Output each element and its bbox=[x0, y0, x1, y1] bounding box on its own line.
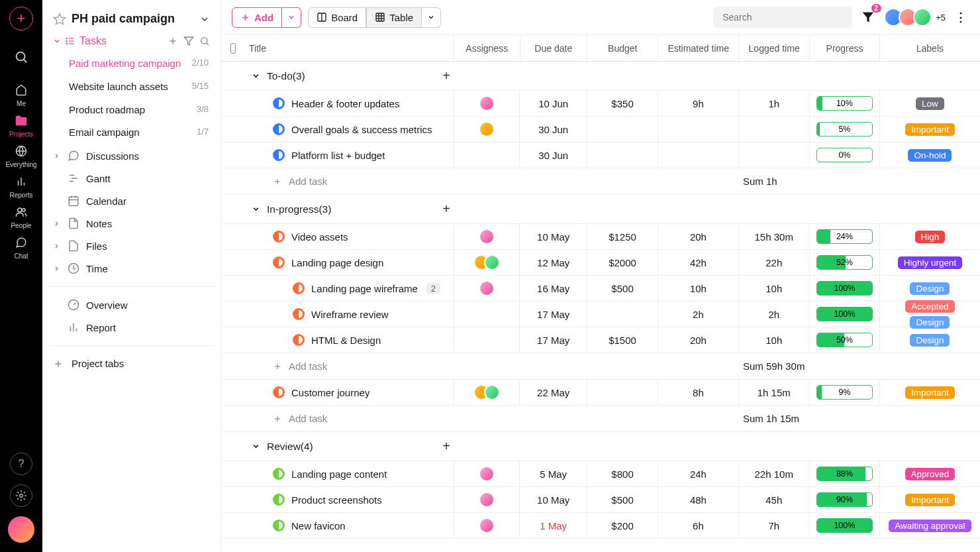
group-header[interactable]: Review(4)+ bbox=[221, 432, 980, 461]
tasklist-item[interactable]: Paid marketing campaign2/10 bbox=[62, 52, 217, 76]
sidebar-item-time[interactable]: Time bbox=[46, 257, 217, 280]
view-dropdown[interactable] bbox=[422, 7, 441, 28]
budget[interactable]: $800 bbox=[587, 461, 658, 486]
task-row[interactable]: New favicon1 May$2006h7h100%Awaiting app… bbox=[221, 513, 980, 539]
group-header[interactable]: In-progress(3)+ bbox=[221, 195, 980, 224]
due-date[interactable]: 30 Jun bbox=[520, 142, 587, 168]
label-pill[interactable]: Important bbox=[905, 494, 955, 506]
due-date[interactable]: 1 May bbox=[520, 513, 587, 538]
task-row[interactable]: HTML & Design17 May$150020h10h50%Design bbox=[221, 327, 980, 353]
logged-time[interactable]: 22h 10m bbox=[739, 461, 810, 486]
project-tabs-button[interactable]: Project tabs bbox=[46, 353, 217, 374]
task-row[interactable]: Wireframe review17 May2h2h100%AcceptedDe… bbox=[221, 302, 980, 327]
sidebar-item-files[interactable]: Files bbox=[46, 235, 217, 257]
group-add-button[interactable]: + bbox=[442, 201, 450, 217]
estimated-time[interactable] bbox=[658, 142, 738, 168]
sidebar-item-calendar[interactable]: Calendar bbox=[46, 190, 217, 212]
more-menu[interactable]: ⋮ bbox=[952, 7, 969, 27]
sidebar-item-notes[interactable]: Notes bbox=[46, 212, 217, 235]
label-pill[interactable]: Accepted bbox=[905, 300, 954, 313]
status-dot[interactable] bbox=[273, 494, 285, 506]
tasklist-item[interactable]: Website launch assets5/15 bbox=[62, 76, 217, 99]
filter-icon[interactable] bbox=[183, 36, 194, 46]
status-dot[interactable] bbox=[273, 97, 285, 109]
estimated-time[interactable]: 20h bbox=[658, 327, 738, 353]
task-row[interactable]: Platform list + budget30 Jun0%On-hold bbox=[221, 142, 980, 168]
assignee-avatar[interactable] bbox=[479, 492, 495, 508]
user-avatar[interactable] bbox=[8, 516, 34, 543]
budget[interactable]: $1250 bbox=[587, 224, 658, 249]
due-date[interactable]: 17 May bbox=[520, 302, 587, 327]
progress-bar[interactable]: 52% bbox=[816, 255, 873, 270]
add-task-row[interactable]: Add task bbox=[221, 353, 736, 379]
budget[interactable]: $1500 bbox=[587, 327, 658, 353]
estimated-time[interactable]: 42h bbox=[658, 250, 738, 275]
label-pill[interactable]: On-hold bbox=[908, 149, 952, 162]
create-button[interactable]: + bbox=[9, 7, 33, 30]
label-pill[interactable]: Design bbox=[910, 282, 950, 295]
due-date[interactable]: 17 May bbox=[520, 327, 587, 353]
budget[interactable]: $500 bbox=[587, 487, 658, 512]
status-dot[interactable] bbox=[293, 282, 305, 294]
logged-time[interactable] bbox=[739, 142, 810, 168]
progress-bar[interactable]: 88% bbox=[816, 467, 873, 481]
progress-bar[interactable]: 90% bbox=[816, 492, 873, 507]
tasklist-item[interactable]: Email campaign1/7 bbox=[62, 121, 217, 144]
budget[interactable]: $200 bbox=[587, 513, 658, 538]
status-dot[interactable] bbox=[273, 468, 285, 480]
label-pill[interactable]: Design bbox=[910, 316, 950, 329]
nav-projects[interactable]: Projects bbox=[5, 110, 36, 140]
task-row[interactable]: Customer journey22 May8h1h 15m9%Importan… bbox=[221, 380, 980, 406]
progress-bar[interactable]: 24% bbox=[816, 229, 873, 244]
assignee-avatar[interactable] bbox=[479, 121, 495, 137]
logged-time[interactable]: 22h bbox=[739, 250, 810, 275]
logged-time[interactable]: 10h bbox=[739, 276, 810, 301]
assignee-avatar[interactable] bbox=[479, 229, 495, 245]
group-add-button[interactable]: + bbox=[442, 68, 450, 83]
budget[interactable] bbox=[587, 142, 658, 168]
logged-time[interactable]: 2h bbox=[739, 302, 810, 327]
logged-time[interactable]: 7h bbox=[739, 513, 810, 538]
add-task-row[interactable]: Add task bbox=[221, 406, 736, 431]
progress-bar[interactable]: 9% bbox=[816, 385, 873, 400]
sidebar-item-report[interactable]: Report bbox=[46, 316, 217, 339]
status-dot[interactable] bbox=[273, 149, 285, 161]
progress-bar[interactable]: 100% bbox=[816, 281, 873, 296]
label-pill[interactable]: Awaiting approval bbox=[889, 520, 971, 532]
task-row[interactable]: Video assets10 May$125020h15h 30m24%High bbox=[221, 224, 980, 250]
status-dot[interactable] bbox=[273, 520, 285, 531]
assignee-avatar[interactable] bbox=[484, 254, 500, 270]
status-dot[interactable] bbox=[293, 308, 305, 320]
label-pill[interactable]: Highly urgent bbox=[898, 256, 963, 269]
progress-bar[interactable]: 100% bbox=[816, 518, 873, 533]
progress-bar[interactable]: 0% bbox=[816, 148, 873, 162]
task-row[interactable]: Product screenshots10 May$50048h45h90%Im… bbox=[221, 487, 980, 513]
due-date[interactable]: 12 May bbox=[520, 250, 587, 275]
estimated-time[interactable]: 48h bbox=[658, 487, 738, 512]
view-table-button[interactable]: Table bbox=[366, 7, 422, 28]
status-dot[interactable] bbox=[293, 334, 305, 346]
task-row[interactable]: Overall goals & success metrics30 Jun5%I… bbox=[221, 117, 980, 142]
task-row[interactable]: Landing page content5 May$80024h22h 10m8… bbox=[221, 461, 980, 487]
assignee-avatar[interactable] bbox=[479, 280, 495, 296]
filter-button[interactable]: 2 bbox=[859, 8, 877, 27]
nav-search[interactable] bbox=[0, 46, 42, 68]
nav-me[interactable]: Me bbox=[5, 80, 36, 110]
due-date[interactable]: 10 Jun bbox=[520, 91, 587, 116]
label-pill[interactable]: Important bbox=[905, 123, 955, 136]
assignee-avatar[interactable] bbox=[484, 384, 500, 400]
budget[interactable] bbox=[587, 380, 658, 405]
assignee-avatar[interactable] bbox=[479, 95, 495, 111]
label-pill[interactable]: High bbox=[915, 231, 946, 243]
estimated-time[interactable] bbox=[658, 117, 738, 142]
sidebar-item-discussions[interactable]: Discussions bbox=[46, 144, 217, 167]
budget[interactable] bbox=[587, 302, 658, 327]
due-date[interactable]: 10 May bbox=[520, 224, 587, 249]
view-board-button[interactable]: Board bbox=[308, 7, 366, 28]
label-pill[interactable]: Design bbox=[910, 334, 950, 347]
add-tasklist-button[interactable] bbox=[168, 36, 178, 46]
help-button[interactable]: ? bbox=[10, 453, 32, 475]
estimated-time[interactable]: 9h bbox=[658, 91, 738, 116]
estimated-time[interactable]: 20h bbox=[658, 224, 738, 249]
budget[interactable]: $2000 bbox=[587, 250, 658, 275]
